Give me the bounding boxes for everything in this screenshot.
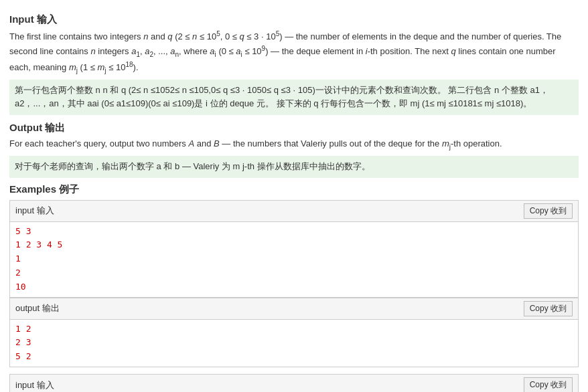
input-en-text: The first line contains two integers n a…: [9, 29, 579, 76]
example-1-input-header: input 输入 Copy 收到: [10, 201, 578, 222]
example-1-input-block: input 输入 Copy 收到 5 3 1 2 3 4 5 1 2 10: [9, 200, 579, 298]
output-section: Output 输出 For each teacher's query, outp…: [9, 122, 579, 177]
example-1-input-label: input 输入: [15, 205, 54, 217]
example-2-input-block: input 输入 Copy 收到 2 0 0 0: [9, 374, 579, 392]
input-section: Input 输入 The first line contains two int…: [9, 13, 579, 115]
example-1-output-line-2: 2 3: [15, 336, 573, 350]
example-1-input-line-4: 2: [15, 266, 573, 280]
output-en-text: For each teacher's query, output two num…: [9, 137, 579, 152]
example-1-input-line-5: 10: [15, 280, 573, 294]
example-1-output-copy-button[interactable]: Copy 收到: [524, 301, 573, 316]
example-1-output-line-1: 1 2: [15, 322, 573, 336]
example-1-output-body: 1 2 2 3 5 2: [10, 320, 578, 367]
example-1-output-header: output 输出 Copy 收到: [10, 298, 578, 320]
examples-section: Examples 例子 input 输入 Copy 收到 5 3 1 2 3 4…: [9, 183, 579, 392]
input-title: Input 输入: [9, 13, 579, 26]
example-2-input-label: input 输入: [15, 379, 54, 391]
example-1-output-line-3: 5 2: [15, 350, 573, 364]
example-2-input-header: input 输入 Copy 收到: [10, 375, 578, 392]
example-1-output-label: output 输出: [15, 302, 60, 314]
example-1-input-body: 5 3 1 2 3 4 5 1 2 10: [10, 222, 578, 297]
example-1-input-copy-button[interactable]: Copy 收到: [524, 203, 573, 219]
output-title: Output 输出: [9, 122, 579, 134]
example-1-output-block: output 输出 Copy 收到 1 2 2 3 5 2: [9, 298, 579, 367]
example-1-input-line-3: 1: [15, 252, 573, 266]
example-2-input-copy-button[interactable]: Copy 收到: [524, 377, 573, 392]
example-1-input-line-1: 5 3: [15, 225, 573, 239]
example-1-input-line-2: 1 2 3 4 5: [15, 238, 573, 252]
output-zh-text: 对于每个老师的查询，输出两个数字 a 和 b — Valeriy 为 m j-t…: [9, 156, 579, 178]
examples-title: Examples 例子: [9, 183, 579, 196]
input-zh-text: 第一行包含两个整数 n n 和 q (2≤ n ≤1052≤ n ≤105,0≤…: [9, 80, 579, 116]
